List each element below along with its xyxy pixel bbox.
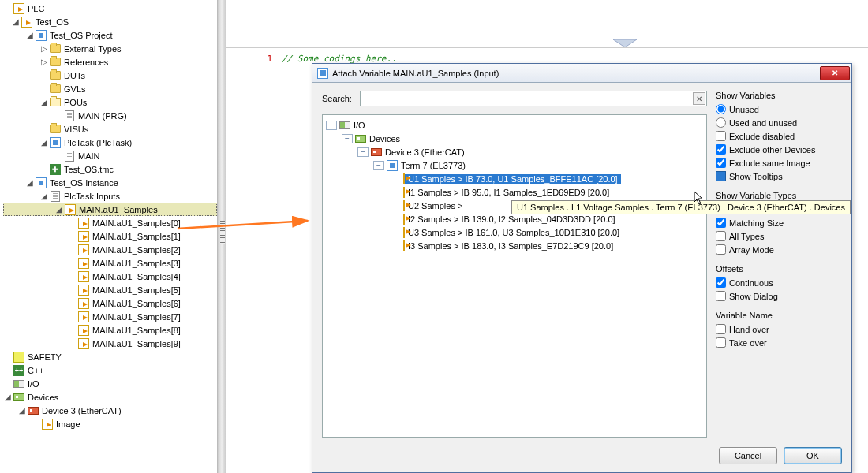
tree-node-references[interactable]: ▷References	[3, 55, 217, 69]
search-label: Search:	[322, 94, 352, 103]
group-offsets: Offsets	[716, 264, 842, 274]
opt-excl-dev[interactable]: Exclude other Devices	[716, 143, 842, 156]
tree-node-main-prg[interactable]: MAIN (PRG)	[3, 109, 217, 122]
atree-var-row[interactable]: U3 Samples > IB 161.0, U3 Samples_10D1E3…	[324, 225, 705, 239]
check-match-size[interactable]	[716, 218, 726, 228]
atree-var-row[interactable]: I3 Samples > IB 183.0, I3 Samples_E7D219…	[324, 239, 705, 252]
opt-label: Continuous	[729, 278, 773, 288]
tree-label: MAIN	[78, 151, 100, 161]
tree-node-exttypes[interactable]: ▷External Types	[3, 42, 217, 55]
atree-node-device3[interactable]: −Device 3 (EtherCAT)	[324, 145, 705, 158]
tree-label: Test_OS.tmc	[64, 165, 114, 174]
tree-label: MAIN.aU1_Samples[4]	[92, 272, 181, 281]
opt-excl-disabled[interactable]: Exclude disabled	[716, 129, 842, 143]
check-array-mode[interactable]	[716, 244, 726, 255]
tree-node-image[interactable]: Image	[3, 417, 217, 430]
expander-icon[interactable]: −	[357, 147, 369, 157]
options-panel: Show Variables Unused Used and unused Ex…	[716, 91, 842, 349]
search-input[interactable]	[360, 91, 707, 106]
dialog-titlebar[interactable]: Attach Variable MAIN.aU1_Samples (Input)…	[312, 64, 851, 83]
tree-node-pous[interactable]: ◢POUs	[3, 95, 217, 109]
annotation-arrow-icon	[178, 221, 316, 236]
opt-array-mode[interactable]: Array Mode	[716, 243, 842, 256]
var-arrow-icon	[403, 227, 405, 238]
mouse-cursor-icon	[694, 191, 705, 205]
tree-node-plctask-main[interactable]: MAIN	[3, 149, 217, 162]
tree-node-gvls[interactable]: GVLs	[3, 82, 217, 95]
tree-label: MAIN.aU1_Samples[5]	[92, 285, 181, 295]
atree-var-text: I1 Samples > IB 95.0, I1 Samples_1ED69ED…	[405, 188, 612, 197]
tree-node-visus[interactable]: VISUs	[3, 122, 217, 136]
search-clear-button[interactable]: ✕	[693, 92, 705, 105]
tree-node-au1-samples[interactable]: ◢MAIN.aU1_Samples	[3, 203, 217, 216]
check-take-over[interactable]	[716, 337, 726, 348]
atree-node-devices[interactable]: −Devices	[324, 132, 705, 145]
attach-variable-dialog: Attach Variable MAIN.aU1_Samples (Input)…	[312, 63, 852, 473]
opt-continuous[interactable]: Continuous	[716, 276, 842, 289]
opt-take-over[interactable]: Take over	[716, 336, 842, 349]
atree-node-term7[interactable]: −Term 7 (EL3773)	[324, 158, 705, 172]
check-excl-img[interactable]	[716, 158, 726, 168]
opt-all-types[interactable]: All Types	[716, 229, 842, 243]
tree-node-sample[interactable]: MAIN.aU1_Samples[3]	[3, 256, 217, 270]
cancel-button[interactable]: Cancel	[719, 447, 777, 464]
tree-node-tmc[interactable]: ✚Test_OS.tmc	[3, 162, 217, 176]
tree-node-sample[interactable]: MAIN.aU1_Samples[8]	[3, 323, 217, 337]
tree-label: MAIN.aU1_Samples[0]	[92, 218, 181, 228]
opt-label: Show Tooltips	[729, 172, 783, 181]
tree-node-devices[interactable]: ◢Devices	[3, 390, 217, 404]
tree-label: PlcTask (PlcTask)	[64, 138, 132, 147]
tree-node-sample[interactable]: MAIN.aU1_Samples[2]	[3, 243, 217, 256]
dialog-close-button[interactable]: ✕	[820, 66, 850, 80]
tree-node-sample[interactable]: MAIN.aU1_Samples[9]	[3, 337, 217, 350]
opt-excl-img[interactable]: Exclude same Image	[716, 156, 842, 169]
expander-icon[interactable]: −	[342, 134, 353, 143]
tree-node-sample[interactable]: MAIN.aU1_Samples[5]	[3, 283, 217, 296]
atree-node-io[interactable]: −I/O	[324, 118, 705, 132]
tree-node-sample[interactable]: MAIN.aU1_Samples[6]	[3, 296, 217, 310]
tree-label: VISUs	[64, 125, 88, 134]
tree-node-safety[interactable]: SAFETY	[3, 350, 217, 363]
radio-used-unused[interactable]	[716, 117, 726, 128]
opt-label: Show Dialog	[729, 292, 778, 301]
attach-tree[interactable]: −I/O −Devices −Device 3 (EtherCAT) −Term…	[322, 114, 707, 438]
check-tooltips[interactable]	[716, 171, 726, 181]
collapse-down-icon[interactable]	[613, 39, 637, 46]
tree-node-sample[interactable]: MAIN.aU1_Samples[4]	[3, 270, 217, 283]
opt-label: Take over	[729, 338, 767, 348]
opt-used-unused[interactable]: Used and unused	[716, 116, 842, 129]
check-excl-dev[interactable]	[716, 144, 726, 155]
tree-node-plc[interactable]: PLC	[3, 2, 217, 15]
tree-node-sample[interactable]: MAIN.aU1_Samples[7]	[3, 310, 217, 323]
opt-tooltips[interactable]: Show Tooltips	[716, 169, 842, 183]
ok-button[interactable]: OK	[784, 447, 842, 464]
tree-node-duts[interactable]: DUTs	[3, 69, 217, 82]
check-all-types[interactable]	[716, 231, 726, 241]
tree-node-plctask-inputs[interactable]: ◢PlcTask Inputs	[3, 189, 217, 203]
project-tree[interactable]: PLC ◢Test_OS ◢Test_OS Project ▷External …	[0, 0, 217, 430]
tree-node-testos[interactable]: ◢Test_OS	[3, 15, 217, 28]
opt-match-size[interactable]: Matching Size	[716, 216, 842, 229]
atree-var-text: U1 Samples > IB 73.0, U1 Samples_BFFE11A…	[405, 174, 621, 184]
tree-node-io[interactable]: I/O	[3, 377, 217, 390]
tree-label: MAIN.aU1_Samples[6]	[92, 299, 181, 308]
tree-node-cpp[interactable]: ++C++	[3, 363, 217, 377]
opt-hand-over[interactable]: Hand over	[716, 322, 842, 336]
opt-show-dialog[interactable]: Show Dialog	[716, 289, 842, 303]
atree-var-row[interactable]: U1 Samples > IB 73.0, U1 Samples_BFFE11A…	[324, 172, 705, 185]
atree-var-row[interactable]: I1 Samples > IB 95.0, I1 Samples_1ED69ED…	[324, 185, 705, 199]
expander-icon[interactable]: −	[326, 121, 337, 130]
check-excl-disabled[interactable]	[716, 131, 726, 141]
radio-unused[interactable]	[716, 104, 726, 114]
check-hand-over[interactable]	[716, 324, 726, 334]
tree-node-plctask[interactable]: ◢PlcTask (PlcTask)	[3, 136, 217, 149]
atree-label: Term 7 (EL3773)	[401, 161, 466, 170]
tree-label: C++	[28, 366, 44, 375]
tree-node-device3[interactable]: ◢Device 3 (EtherCAT)	[3, 404, 217, 417]
expander-icon[interactable]: −	[373, 161, 384, 170]
check-show-dialog[interactable]	[716, 291, 726, 301]
check-continuous[interactable]	[716, 277, 726, 288]
tree-node-instance[interactable]: ◢Test_OS Instance	[3, 176, 217, 189]
tree-node-project[interactable]: ◢Test_OS Project	[3, 28, 217, 42]
opt-unused[interactable]: Unused	[716, 102, 842, 116]
